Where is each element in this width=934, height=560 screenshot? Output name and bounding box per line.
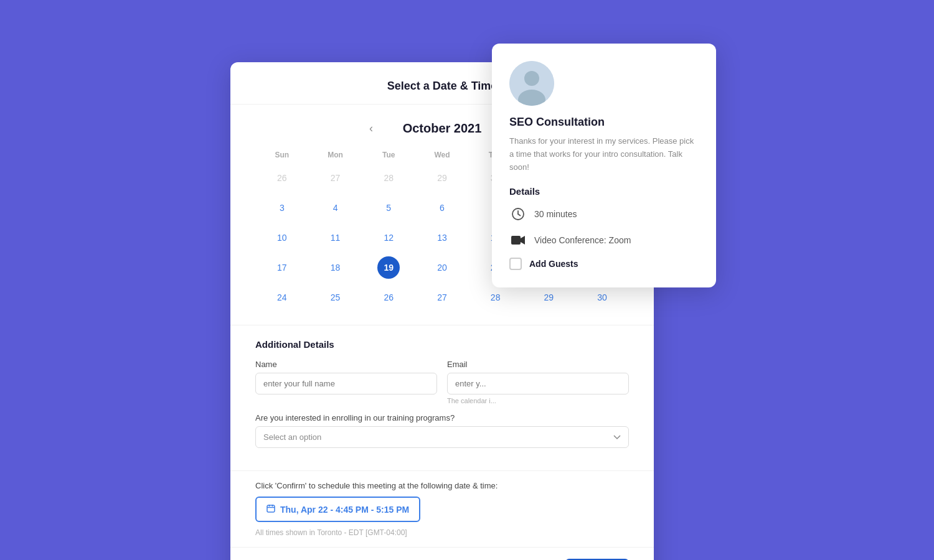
calendar-day[interactable]: 10 [271,226,293,249]
confirm-section: Click 'Confirm' to schedule this meeting… [230,471,654,547]
duration-row: 30 minutes [509,205,699,223]
meeting-type-text: Video Conference: Zoom [534,235,631,245]
calendar-day[interactable]: 26 [377,286,400,309]
calendar-day[interactable]: 20 [431,256,453,279]
weekday-mon: Mon [309,147,362,163]
calendar-cell: 5 [362,193,415,223]
calendar-cell: 6 [415,193,469,223]
details-heading: Details [509,186,699,197]
add-guests-row: Add Guests [509,258,699,270]
svg-rect-0 [267,505,275,512]
calendar-day[interactable]: 27 [431,286,453,309]
email-hint: The calendar i... [447,397,629,404]
calendar-cell: 29 [415,163,469,193]
email-group: Email The calendar i... [447,360,629,404]
confirm-label: Click 'Confirm' to schedule this meeting… [255,481,629,490]
clock-icon [509,205,527,223]
email-label: Email [447,360,629,369]
training-dropdown[interactable]: Select an option Yes No Maybe [255,426,629,448]
calendar-cell: 3 [255,193,309,223]
name-input[interactable] [255,373,437,394]
svg-rect-10 [511,236,521,245]
svg-line-9 [518,214,521,216]
calendar-day: 29 [431,167,453,189]
calendar-cell: 26 [255,163,309,193]
month-year-label: October 2021 [392,121,492,136]
calendar-day: 28 [377,167,400,189]
calendar-cell: 17 [255,253,309,282]
additional-details-title: Additional Details [255,339,629,350]
calendar-day[interactable]: 18 [324,256,347,279]
calendar-cell: 12 [362,223,415,253]
calendar-cell: 18 [309,253,362,282]
calendar-cell: 27 [309,163,362,193]
confirm-time-text: Thu, Apr 22 - 4:45 PM - 5:15 PM [280,505,409,515]
prev-month-button[interactable]: ‹ [362,119,380,137]
meeting-type-row: Video Conference: Zoom [509,231,699,249]
calendar-day[interactable]: 25 [324,286,347,309]
calendar-day[interactable]: 13 [431,226,453,249]
calendar-cell: 10 [255,223,309,253]
weekday-sun: Sun [255,147,309,163]
calendar-cell: 11 [309,223,362,253]
calendar-cell: 19 [362,253,415,282]
scene: Select a Date & Time ‹ October 2021 › Su… [230,44,704,516]
calendar-day[interactable]: 4 [324,197,347,219]
name-email-row: Name Email The calendar i... [255,360,629,404]
calendar-cell: 13 [415,223,469,253]
confirm-time-button[interactable]: Thu, Apr 22 - 4:45 PM - 5:15 PM [255,497,420,522]
add-guests-checkbox[interactable] [509,258,522,270]
weekday-wed: Wed [415,147,469,163]
calendar-cell: 26 [362,282,415,312]
calendar-cell: 27 [415,282,469,312]
svg-point-5 [524,71,539,86]
name-group: Name [255,360,437,404]
info-title: SEO Consultation [509,116,699,129]
dropdown-group: Are you interested in enrolling in our t… [255,413,629,448]
info-card: SEO Consultation Thanks for your interes… [492,44,716,287]
calendar-cell: 4 [309,193,362,223]
calendar-day[interactable]: 28 [484,286,507,309]
timezone-note: All times shown in Toronto - EDT [GMT-04… [255,528,629,537]
video-icon [509,231,527,249]
calendar-day[interactable]: 12 [377,226,400,249]
duration-text: 30 minutes [534,209,577,219]
calendar-day: 27 [324,167,347,189]
calendar-day[interactable]: 24 [271,286,293,309]
calendar-day[interactable]: 6 [431,197,453,219]
svg-marker-11 [521,236,525,245]
calendar-icon [267,504,275,515]
avatar [509,61,554,106]
info-description: Thanks for your interest in my services.… [509,135,699,174]
calendar-cell: 25 [309,282,362,312]
calendar-cell: 20 [415,253,469,282]
calendar-cell: 24 [255,282,309,312]
calendar-day[interactable]: 11 [324,226,347,249]
dropdown-label: Are you interested in enrolling in our t… [255,413,629,422]
calendar-day[interactable]: 3 [271,197,293,219]
calendar-day[interactable]: 30 [591,286,613,309]
email-input[interactable] [447,373,629,394]
weekday-tue: Tue [362,147,415,163]
add-guests-label: Add Guests [529,259,578,269]
calendar-day: 26 [271,167,293,189]
calendar-cell: 28 [362,163,415,193]
calendar-day[interactable]: 19 [377,256,400,279]
chevron-left-icon: ‹ [369,122,373,135]
calendar-day[interactable]: 5 [377,197,400,219]
name-label: Name [255,360,437,369]
calendar-day[interactable]: 29 [537,286,560,309]
additional-details-section: Additional Details Name Email The calend… [230,325,654,471]
calendar-day[interactable]: 17 [271,256,293,279]
card-footer: Change Meeting Times Confirm [230,547,654,560]
